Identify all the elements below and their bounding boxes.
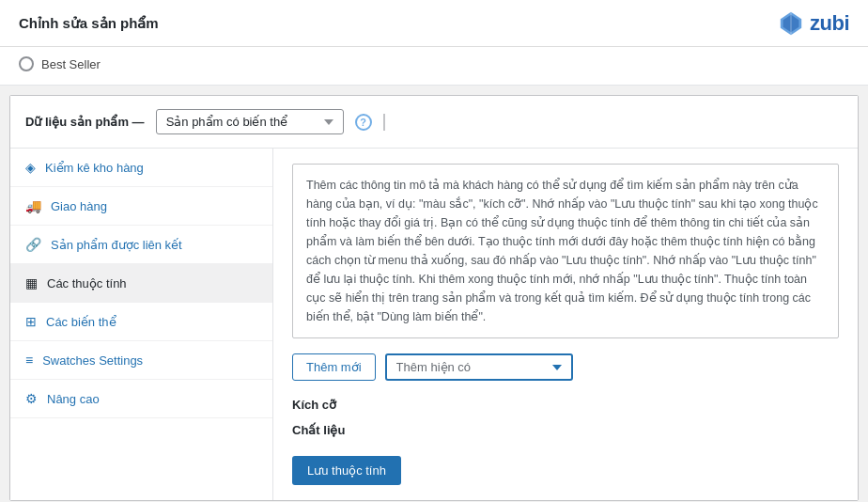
add-existing-select[interactable]: Thêm hiện có <box>385 353 573 381</box>
sidebar-item-label-inventory: Kiểm kê kho hàng <box>45 161 144 175</box>
main-content: Dữ liệu sản phẩm — Sản phẩm có biến thể … <box>9 95 859 501</box>
sidebar: ◈ Kiểm kê kho hàng 🚚 Giao hàng 🔗 Sản phẩ… <box>10 149 273 500</box>
inventory-icon: ◈ <box>25 160 36 175</box>
attribute-row-kichco: Kích cỡ <box>292 398 839 412</box>
sidebar-item-advanced[interactable]: ⚙ Nâng cao <box>10 380 272 418</box>
variations-icon: ⊞ <box>25 314 37 329</box>
divider <box>383 114 385 131</box>
info-box: Thêm các thông tin mô tả mà khách hàng c… <box>292 164 839 338</box>
sidebar-item-inventory[interactable]: ◈ Kiểm kê kho hàng <box>10 149 272 187</box>
product-data-label: Dữ liệu sản phẩm — <box>25 115 145 129</box>
advanced-icon: ⚙ <box>25 391 38 406</box>
sidebar-item-label-swatches: Swatches Settings <box>42 353 143 368</box>
sidebar-item-label-linked: Sản phẩm được liên kết <box>51 238 182 252</box>
sidebar-item-label-advanced: Nâng cao <box>47 392 100 406</box>
sidebar-item-variations[interactable]: ⊞ Các biến thể <box>10 303 272 341</box>
attributes-icon: ▦ <box>25 275 38 290</box>
product-data-header: Dữ liệu sản phẩm — Sản phẩm có biến thể … <box>10 96 858 149</box>
best-seller-label: Best Seller <box>41 57 101 71</box>
attribute-name-chatlieu: Chất liệu <box>292 423 839 437</box>
add-row: Thêm mới Thêm hiện có <box>292 353 839 381</box>
logo-diamond-icon <box>778 10 804 37</box>
attribute-name-kichco: Kích cỡ <box>292 398 839 412</box>
right-panel: Thêm các thông tin mô tả mà khách hàng c… <box>273 149 858 500</box>
best-seller-row: Best Seller <box>0 47 868 86</box>
best-seller-radio[interactable] <box>19 56 34 71</box>
page-title: Chỉnh sửa sản phẩm <box>19 15 159 32</box>
sidebar-item-linked[interactable]: 🔗 Sản phẩm được liên kết <box>10 226 272 264</box>
sidebar-item-swatches[interactable]: ≡ Swatches Settings <box>10 341 272 380</box>
info-text: Thêm các thông tin mô tả mà khách hàng c… <box>306 179 818 323</box>
sidebar-item-label-shipping: Giao hàng <box>51 199 107 213</box>
logo: zubi <box>778 10 849 37</box>
swatches-icon: ≡ <box>25 353 33 368</box>
link-icon: 🔗 <box>25 237 41 252</box>
help-icon[interactable]: ? <box>355 114 372 131</box>
add-new-button[interactable]: Thêm mới <box>292 353 376 381</box>
top-bar: Chỉnh sửa sản phẩm zubi <box>0 0 868 47</box>
sidebar-item-shipping[interactable]: 🚚 Giao hàng <box>10 187 272 226</box>
shipping-icon: 🚚 <box>25 198 41 213</box>
sidebar-item-attributes[interactable]: ▦ Các thuộc tính <box>10 264 272 303</box>
content-body: ◈ Kiểm kê kho hàng 🚚 Giao hàng 🔗 Sản phẩ… <box>10 149 858 500</box>
logo-text: zubi <box>810 11 849 36</box>
product-type-select[interactable]: Sản phẩm có biến thể Sản phẩm đơn giản S… <box>156 109 344 134</box>
sidebar-item-label-attributes: Các thuộc tính <box>47 276 127 290</box>
sidebar-item-label-variations: Các biến thể <box>46 315 116 329</box>
save-attributes-button[interactable]: Lưu thuộc tính <box>292 456 401 485</box>
attribute-row-chatllieu: Chất liệu <box>292 423 839 437</box>
